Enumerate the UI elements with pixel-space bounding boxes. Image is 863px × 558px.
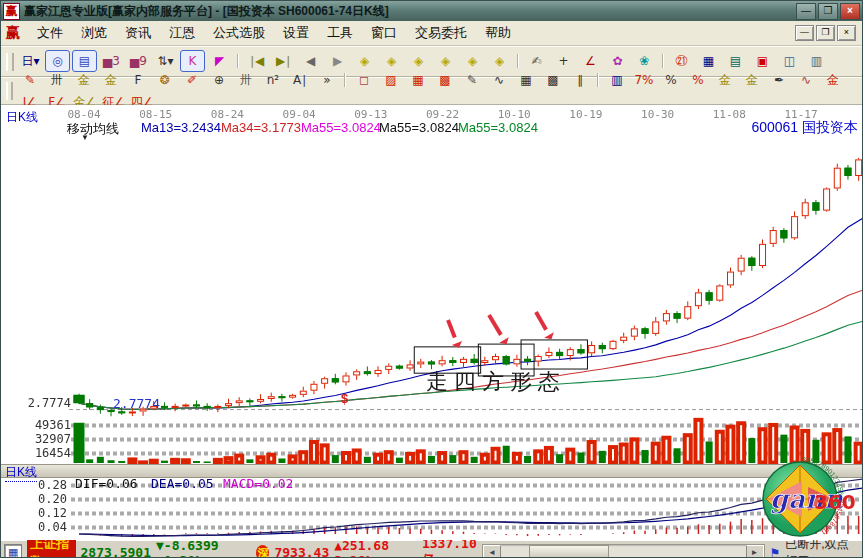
title-bar[interactable]: 赢 赢家江恩专业版[赢家内部服务平台] - [国投资本 SH600061-74日… <box>1 1 862 21</box>
ma-legend-label[interactable]: 移动均线 <box>67 120 119 138</box>
menu-item-5[interactable]: 设置 <box>274 23 318 42</box>
more-tools-chevron[interactable]: » <box>314 69 339 91</box>
gold-circle-icon[interactable]: 金 <box>712 69 737 91</box>
gold-bar-icon[interactable]: 金 <box>820 69 845 91</box>
macd-value-label-1: DIF=0.06 <box>75 476 138 491</box>
gann360-logo: gann 360 34567890123456 2345678901 <box>750 457 862 540</box>
gold-ratio-icon[interactable]: 金 <box>71 69 96 91</box>
date-tick: 10-30 <box>636 108 680 121</box>
ma-dropdown-icon[interactable]: ▼ <box>81 133 89 142</box>
macd-scale-label: 0.04 <box>23 520 67 534</box>
spiral-icon[interactable]: ❂ <box>152 69 177 91</box>
toolbar-separator <box>662 54 664 68</box>
rect-select-icon[interactable]: ◻ <box>351 69 376 91</box>
close-button[interactable]: × <box>840 3 860 20</box>
marker-pen-icon[interactable]: ✐ <box>179 69 204 91</box>
restore-button[interactable]: ❐ <box>818 3 838 20</box>
ruler-grid-icon[interactable]: 卅 <box>44 69 69 91</box>
status-bar: ▦ 上证指数 2873.5901 ▼-8.6399 -0.30% 深 7933.… <box>1 540 862 558</box>
application-window: 赢 赢家江恩专业版[赢家内部服务平台] - [国投资本 SH600061-74日… <box>0 0 863 558</box>
n-square-icon[interactable]: n² <box>260 69 285 91</box>
scroll-right-arrow[interactable]: ► <box>746 545 764 558</box>
text-label-icon[interactable]: A∣ <box>287 69 312 91</box>
gold-section-icon[interactable]: 金 <box>98 69 123 91</box>
ink-brush-icon[interactable]: ✒ <box>766 69 791 91</box>
window-title: 赢家江恩专业版[赢家内部服务平台] - [国投资本 SH600061-74日K线… <box>24 3 796 20</box>
dollar-marker: $ <box>341 391 348 406</box>
menu-item-7[interactable]: 窗口 <box>362 23 406 42</box>
menu-item-3[interactable]: 江恩 <box>160 23 204 42</box>
scroll-left-arrow[interactable]: ◄ <box>483 545 501 558</box>
menu-item-2[interactable]: 资讯 <box>116 23 160 42</box>
connection-icon: ⚑ <box>770 546 781 558</box>
macd-scale-label: 0.20 <box>23 492 67 506</box>
trend-line-icon[interactable]: ✎ <box>459 69 484 91</box>
toolbar-separator <box>237 54 239 68</box>
volume-scale-label: 49361 <box>15 418 71 432</box>
logo-360-text: 360 <box>814 490 856 514</box>
macd-value-label-3: MACD=0.02 <box>223 476 293 491</box>
ma-legend-item-2: Ma34=3.1773 <box>221 120 301 135</box>
volume-scale-label: 32907 <box>15 432 71 446</box>
menu-item-1[interactable]: 浏览 <box>72 23 116 42</box>
price-annotation: 2.7774 <box>113 396 160 411</box>
wave-ruler-icon[interactable]: ∿ <box>793 69 818 91</box>
grid-dark-icon[interactable]: ▦ <box>513 69 538 91</box>
zigzag-icon[interactable]: ∿ <box>486 69 511 91</box>
menu-item-8[interactable]: 交易委托 <box>406 23 476 42</box>
column-stats-icon[interactable]: ▥ <box>604 69 629 91</box>
scroll-thumb[interactable] <box>529 545 609 558</box>
fibonacci-icon[interactable]: F <box>125 69 150 91</box>
app-logo-icon: 赢 <box>3 3 20 20</box>
volume-scale-label: 16454 <box>15 446 71 460</box>
symbol-label: 600061 国投资本 <box>751 119 858 137</box>
parallel-lines-icon[interactable]: ∥ <box>567 69 592 91</box>
percent-icon[interactable]: % <box>658 69 683 91</box>
menu-logo-icon: 赢 <box>6 24 20 42</box>
grid-dense-icon[interactable]: ▩ <box>540 69 565 91</box>
menu-item-4[interactable]: 公式选股 <box>204 23 274 42</box>
macd-scale-label: 0.28 <box>23 478 67 492</box>
percent-line-icon[interactable]: % <box>685 69 710 91</box>
gann-box-icon[interactable]: ▦ <box>405 69 430 91</box>
shanghai-index-value: 2873.5901 <box>81 545 151 558</box>
toolbar-separator <box>344 73 346 87</box>
menu-item-0[interactable]: 文件 <box>28 23 72 42</box>
drawing-toolbar: ✎卅金金F❂✐⊕卅n²A∣»◻▨▦▩✎∿▦▩∥▥7%%%金金✒∿金J∠F∠金∠征… <box>1 77 862 105</box>
shenzhen-index-badge[interactable]: 深 <box>256 545 269 558</box>
toolbar-drag-handle[interactable] <box>6 53 14 71</box>
ma-legend-item-5: Ma55=3.0824 <box>458 120 538 135</box>
toolbar-separator <box>517 54 519 68</box>
mdi-minimize-button[interactable]: — <box>795 25 814 41</box>
brush-icon[interactable]: ✎ <box>17 69 42 91</box>
menu-bar: 赢 文件浏览资讯江恩公式选股设置工具窗口交易委托帮助 — ❐ × <box>1 21 862 46</box>
shanghai-index-change: ▼-8.6399 -0.30% <box>156 538 251 558</box>
macd-scale-label: 0.12 <box>23 506 67 520</box>
pattern-annotation: 走四方形态 <box>426 367 566 397</box>
horizontal-scrollbar[interactable]: ◄ ► <box>482 544 764 558</box>
price-ruler-icon[interactable]: 卅 <box>233 69 258 91</box>
quote-table-icon[interactable]: ▦ <box>4 544 22 558</box>
macd-value-label-2: DEA=0.05 <box>151 476 214 491</box>
gann-grid-icon[interactable]: ▩ <box>432 69 457 91</box>
ma-legend-item-3: Ma55=3.0824 <box>301 120 381 135</box>
chart-area: 08-0408-1508-2409-0409-1309-2210-1010-19… <box>1 105 863 540</box>
mdi-close-button[interactable]: × <box>837 25 856 41</box>
gann-fan-icon[interactable]: ▨ <box>378 69 403 91</box>
gold-line-icon[interactable]: 金 <box>739 69 764 91</box>
ma-legend-item-1: Ma13=3.2434 <box>141 120 221 135</box>
shenzhen-index-change: ▲251.68 3.28% <box>334 538 417 558</box>
toolbar-drag-handle[interactable] <box>6 82 13 100</box>
menu-item-6[interactable]: 工具 <box>318 23 362 42</box>
date-tick: 10-19 <box>564 108 608 121</box>
toolbar-separator <box>597 73 599 87</box>
baseline-price-label: 2.7774 <box>15 396 71 410</box>
mdi-restore-button[interactable]: ❐ <box>816 25 835 41</box>
shenzhen-index-value: 7933.43 <box>274 545 329 558</box>
minimize-button[interactable]: — <box>796 3 816 20</box>
time-cycle-icon[interactable]: ⊕ <box>206 69 231 91</box>
menu-item-9[interactable]: 帮助 <box>476 23 520 42</box>
kline-panel-label: 日K线 <box>6 109 38 126</box>
ma-legend-item-4: Ma55=3.0824 <box>379 120 459 135</box>
percent-7-icon[interactable]: 7% <box>631 69 656 91</box>
